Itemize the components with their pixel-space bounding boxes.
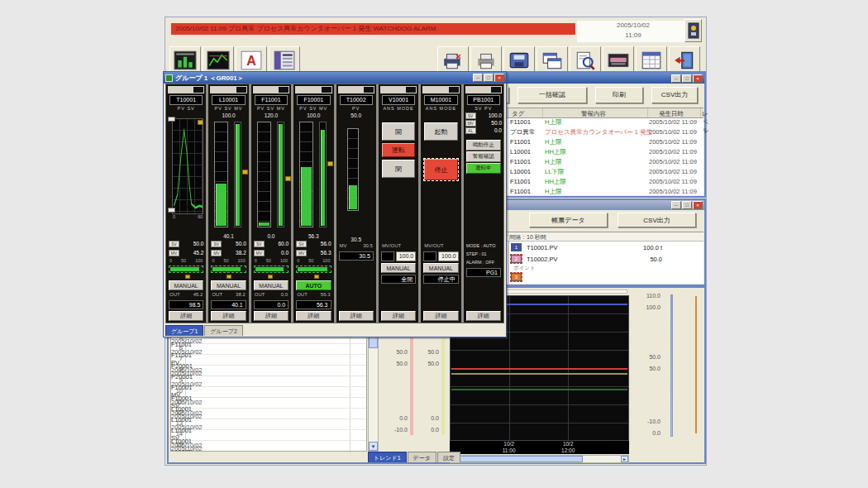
mode-button[interactable]: MANUAL: [423, 263, 458, 273]
table-row[interactable]: 7P200012005/10/02: [171, 355, 366, 366]
table-row[interactable]: 8P200012005/10/02: [171, 366, 366, 376]
tab-1[interactable]: グループ1: [165, 325, 203, 336]
mode-button[interactable]: AUTO: [296, 280, 331, 290]
alarm-action-button[interactable]: 一括確認: [517, 87, 587, 103]
scale-ticks: 050100: [169, 258, 203, 264]
table-row[interactable]: 10F10001SV2005/10/02: [171, 387, 366, 398]
detail-button[interactable]: 詳細: [381, 311, 416, 321]
faceplate-column-F10001: F10001PV SV MV100.056.3SV56.0MV56.305010…: [293, 84, 336, 323]
command-button[interactable]: 閉: [382, 160, 415, 178]
command-button[interactable]: 開: [382, 122, 415, 141]
keyboard-icon: [607, 50, 630, 70]
monitor-action-button[interactable]: CSV出力: [618, 213, 696, 227]
table-row[interactable]: 9F10001MV2005/10/02: [171, 376, 366, 387]
detail-button[interactable]: 詳細: [423, 311, 458, 321]
save-data-button[interactable]: [503, 46, 535, 74]
close-button[interactable]: ×: [494, 74, 504, 82]
maximize-button[interactable]: □: [484, 74, 494, 82]
pen-scale-value: 50.0: [383, 349, 408, 355]
scroll-down-arrow[interactable]: ▼: [369, 442, 378, 451]
pen-swatch[interactable]: 1: [511, 243, 522, 251]
scale-value: -10.0: [631, 419, 661, 424]
bar-gauge: [347, 128, 359, 211]
detail-button[interactable]: 詳細: [211, 311, 246, 321]
alarm-banner[interactable]: 2005/10/02 11:09 プロ異常 プロセス異常カウンタオーバー 1 発…: [171, 23, 575, 35]
cursor-line[interactable]: [695, 296, 697, 433]
chart-horizontal-scrollbar[interactable]: ◄ ►: [450, 455, 629, 463]
monitor-action-button[interactable]: 帳票データ: [529, 213, 608, 227]
mv-row: 100.0: [381, 251, 416, 261]
x-max-label: 60: [198, 214, 203, 219]
scroll-right-arrow[interactable]: ►: [621, 456, 628, 462]
mv-value-box[interactable]: 100.0: [438, 251, 458, 261]
detail-button[interactable]: 詳細: [466, 311, 501, 321]
tick-label: 0: [212, 258, 214, 264]
keyboard-button[interactable]: [603, 46, 634, 74]
buzzer-stop-button[interactable]: [684, 19, 702, 42]
report-view-button[interactable]: [269, 46, 300, 74]
output-bar: [254, 266, 289, 273]
alarm-time: 2005/10/02 11:09: [649, 168, 697, 175]
command-button[interactable]: 起動: [424, 122, 457, 141]
out-value: 0.0: [281, 292, 288, 299]
close-button[interactable]: ×: [693, 201, 703, 209]
minimize-button[interactable]: –: [473, 74, 483, 82]
status-button[interactable]: 鳴動停止: [466, 140, 501, 151]
detail-button[interactable]: 詳細: [169, 311, 203, 321]
mv-value-box[interactable]: 100.0: [396, 251, 416, 261]
mode-button[interactable]: MANUAL: [381, 263, 416, 273]
alarm-action-button[interactable]: 印刷: [595, 87, 643, 103]
value-key-box: SV: [169, 241, 179, 247]
minimize-button[interactable]: –: [671, 201, 681, 209]
gauge-top-value: 120.0: [253, 112, 289, 118]
value-row: MV56.3: [296, 249, 331, 256]
detail-button[interactable]: 詳細: [254, 311, 289, 321]
tag-label: V10001: [382, 95, 415, 105]
detail-button[interactable]: 詳細: [296, 311, 331, 321]
mode-button[interactable]: MANUAL: [211, 280, 246, 290]
exit-button[interactable]: [669, 46, 700, 74]
group-view-button[interactable]: [169, 46, 201, 74]
tab-2[interactable]: データ: [408, 452, 436, 462]
command-button[interactable]: 運転: [382, 143, 415, 157]
status-button[interactable]: 運転中: [466, 163, 501, 174]
close-button[interactable]: ×: [693, 74, 703, 83]
tag-label: T10001: [169, 95, 203, 105]
table-row[interactable]: 6F11001PV2005/10/02: [171, 344, 366, 355]
scale-slider[interactable]: [670, 294, 673, 437]
pen-swatch-extra[interactable]: 3: [511, 273, 522, 281]
table-row[interactable]: 15L100012005/10/02: [171, 441, 366, 452]
table-row[interactable]: 14L100012005/10/02: [171, 430, 366, 441]
tab-3[interactable]: 設定: [437, 452, 460, 462]
faceplate-titlebar[interactable]: グループ 1 ＜GR001＞ –□×: [164, 72, 506, 84]
maximize-button[interactable]: □: [682, 201, 692, 209]
table-row[interactable]: 12L100012005/10/02: [171, 409, 366, 419]
tab-2[interactable]: グループ2: [204, 325, 242, 336]
alarm-summary-button[interactable]: A: [236, 46, 267, 74]
monitor-tag: T10002.PV: [527, 256, 558, 263]
value-text: 60.0: [266, 241, 289, 246]
tick-label: 0: [297, 258, 299, 264]
print-cancel-button[interactable]: ×: [437, 46, 469, 74]
detail-button[interactable]: 詳細: [339, 311, 374, 321]
mode-button[interactable]: MANUAL: [169, 280, 203, 290]
table-row[interactable]: 13L10001SV2005/10/02: [171, 419, 366, 430]
trend-view-button[interactable]: [203, 46, 234, 74]
search-preview-button[interactable]: [570, 46, 601, 74]
minimize-button[interactable]: –: [671, 74, 681, 83]
command-button[interactable]: 停止: [424, 159, 457, 180]
gauge-fill: [301, 167, 312, 226]
mode-button[interactable]: MANUAL: [254, 280, 289, 290]
pen-swatch[interactable]: 2: [511, 255, 522, 263]
alarm-action-button[interactable]: CSV出力: [651, 87, 698, 103]
table-row[interactable]: 11L100012005/10/02: [171, 398, 366, 409]
print-button[interactable]: [470, 46, 502, 74]
maximize-button[interactable]: □: [682, 74, 692, 83]
status-corner-box: [491, 87, 501, 93]
scroll-thumb[interactable]: [459, 456, 583, 462]
tab-1[interactable]: トレンド1: [368, 452, 407, 462]
column-top-labels: ANS MODE: [380, 106, 417, 112]
report-table-button[interactable]: [636, 46, 667, 74]
window-cascade-button[interactable]: [537, 46, 568, 74]
status-button[interactable]: 警報確認: [466, 151, 501, 162]
